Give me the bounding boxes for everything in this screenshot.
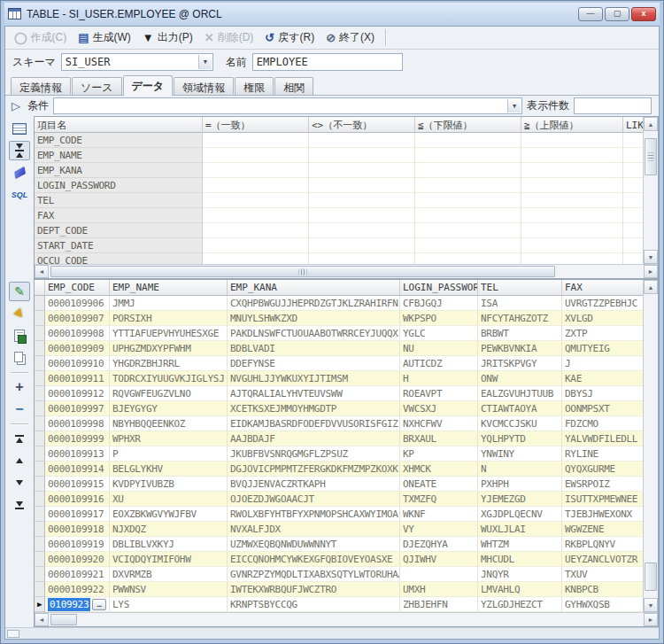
filter-value-cell[interactable] — [623, 253, 643, 264]
data-cell[interactable]: AUTICDZ — [400, 356, 478, 371]
data-cell[interactable]: GVNRZPZYMQDLTIXABXSQTYLWTORUHAA — [228, 567, 400, 582]
data-cell[interactable]: YHGDRZBHJRRL — [110, 356, 228, 371]
data-cell[interactable]: UZMWXEQBQNWDUWWNNYT — [228, 537, 400, 552]
data-cell[interactable]: YGLC — [400, 326, 478, 341]
row-selector[interactable] — [35, 582, 45, 597]
data-cell[interactable]: NXHCFWV — [400, 416, 478, 431]
data-cell[interactable]: DBLIBLVXKYJ — [110, 537, 228, 552]
close-button[interactable]: x — [631, 7, 656, 21]
tab-データ[interactable]: データ — [123, 75, 174, 96]
data-cell[interactable]: KVCMCCJSKU — [478, 416, 562, 431]
data-cell[interactable]: ZHBJEHFN — [400, 597, 478, 612]
data-cell[interactable]: QJIWHV — [400, 552, 478, 567]
data-cell[interactable]: ONW — [478, 371, 562, 386]
data-cell[interactable]: FDZCMO — [562, 416, 643, 431]
data-cell[interactable]: NVXALFJDX — [228, 522, 400, 537]
data-cell[interactable]: MNUYLSHWKZXD — [228, 311, 400, 326]
data-cell[interactable]: KVDPYIVUBZB — [110, 477, 228, 492]
data-cell[interactable]: YQLHPYTD — [478, 431, 562, 446]
filter-value-cell[interactable] — [415, 163, 521, 178]
data-cell[interactable]: AAJBDAJF — [228, 431, 400, 446]
data-cell[interactable]: ONEATE — [400, 477, 478, 492]
next-row-button[interactable] — [9, 473, 30, 493]
filter-value-cell[interactable] — [623, 178, 643, 193]
data-cell[interactable]: TXMZFQ — [400, 492, 478, 507]
scrollbar-thumb[interactable] — [645, 563, 657, 591]
data-cell[interactable]: VCIQDQYIMIFOHW — [110, 552, 228, 567]
data-cell[interactable]: ZXTP — [562, 326, 643, 341]
data-cell[interactable]: P — [110, 446, 228, 462]
filter-value-cell[interactable] — [521, 238, 623, 253]
filter-value-cell[interactable] — [415, 208, 521, 223]
data-cell[interactable]: ISA — [478, 296, 562, 311]
data-cell[interactable]: 0000109916 — [45, 492, 110, 507]
titlebar[interactable]: TABLE - SI_USER.EMPLOYEE @ ORCL — ▢ x — [4, 3, 660, 26]
data-cell[interactable]: OJOEZDJWGOAACJT — [228, 492, 400, 507]
filter-value-cell[interactable] — [309, 148, 415, 163]
data-cell[interactable]: PWWNSV — [110, 582, 228, 597]
row-selector[interactable] — [35, 401, 45, 416]
copy-button[interactable] — [9, 348, 30, 368]
data-cell[interactable]: XHMCK — [400, 462, 478, 477]
data-cell[interactable]: NBYHBQQEENKOZ — [110, 416, 228, 431]
data-cell[interactable]: DJEZQHYA — [400, 537, 478, 552]
filter-value-cell[interactable] — [521, 253, 623, 264]
tab-領域情報[interactable]: 領域情報 — [174, 77, 234, 95]
data-cell[interactable]: LMVAHLQ — [478, 582, 562, 597]
filter-value-cell[interactable] — [623, 223, 643, 238]
data-cell[interactable]: PAKDLNSWFCTUOUAABOTWRRCEYJUQQX — [228, 326, 400, 341]
tab-相関[interactable]: 相関 — [274, 77, 313, 95]
filter-horizontal-scrollbar[interactable]: ◄ ► — [35, 264, 658, 278]
data-cell[interactable]: AJTQRALIALYHVTEUVSWW — [228, 386, 400, 401]
data-cell[interactable]: VY — [400, 522, 478, 537]
data-cell[interactable]: 0000109908 — [45, 326, 110, 341]
data-cell[interactable]: DGJOVICPMPMTZFERGKDKFMZMPZKOXK — [228, 462, 400, 477]
toolbar-undo-button[interactable]: ↺戻す(R) — [261, 28, 320, 47]
data-cell[interactable]: KAE — [562, 371, 643, 386]
last-row-button[interactable] — [9, 495, 30, 515]
row-selector[interactable] — [35, 462, 45, 477]
data-cell[interactable]: 0000109921 — [45, 567, 110, 582]
filter-value-cell[interactable] — [203, 208, 309, 223]
data-cell[interactable]: 0000109918 — [45, 522, 110, 537]
data-cell[interactable]: BVQJJENVACZRTKAPH — [228, 477, 400, 492]
filter-value-cell[interactable] — [521, 148, 623, 163]
data-cell[interactable]: CTIAWTAOYA — [478, 401, 562, 416]
row-selector[interactable] — [35, 371, 45, 386]
data-cell[interactable]: 0000109909 — [45, 341, 110, 356]
data-cell[interactable]: RYLINE — [562, 446, 643, 462]
row-selector[interactable] — [35, 507, 45, 522]
filter-value-cell[interactable] — [623, 163, 643, 178]
data-cell[interactable]: PXHPH — [478, 477, 562, 492]
filter-value-cell[interactable] — [415, 178, 521, 193]
row-selector[interactable] — [35, 416, 45, 431]
data-column-header[interactable]: FAX — [562, 280, 643, 296]
toolbar-exit-button[interactable]: ⊘終了(X) — [322, 28, 381, 47]
filter-value-cell[interactable] — [203, 178, 309, 193]
data-cell[interactable]: DXVRMZB — [110, 567, 228, 582]
filter-value-cell[interactable] — [415, 238, 521, 253]
tab-権限[interactable]: 権限 — [235, 77, 274, 95]
data-cell[interactable]: EICCQNOHMCYWKEXGFQBIOVEYOASXE — [228, 552, 400, 567]
data-cell[interactable]: UMXH — [400, 582, 478, 597]
data-cell[interactable]: TJEBJHWEXONX — [562, 507, 643, 522]
data-horizontal-scrollbar[interactable]: ◄ ► — [35, 612, 658, 626]
row-selector[interactable] — [35, 446, 45, 462]
filter-value-cell[interactable] — [521, 208, 623, 223]
filter-value-cell[interactable] — [415, 253, 521, 264]
filter-value-cell[interactable] — [309, 178, 415, 193]
row-count-input[interactable] — [574, 97, 652, 114]
collapse-panel-button[interactable] — [9, 141, 30, 160]
data-cell[interactable] — [400, 567, 478, 582]
data-cell[interactable]: GYHWXQSB — [562, 597, 643, 612]
scrollbar-thumb[interactable] — [50, 266, 555, 277]
filter-value-cell[interactable] — [623, 238, 643, 253]
lookup-ellipsis-button[interactable]: … — [92, 599, 106, 610]
data-cell[interactable]: EALZGVUHJTUUB — [478, 386, 562, 401]
row-selector[interactable] — [35, 552, 45, 567]
scroll-right-icon[interactable]: ► — [644, 265, 658, 278]
data-cell[interactable]: BRBWT — [478, 326, 562, 341]
condition-combobox[interactable]: ▼ — [53, 97, 522, 114]
data-cell[interactable]: JKUBFBVSNRQGMGFLZPSUZ — [228, 446, 400, 462]
filter-value-cell[interactable] — [309, 253, 415, 264]
